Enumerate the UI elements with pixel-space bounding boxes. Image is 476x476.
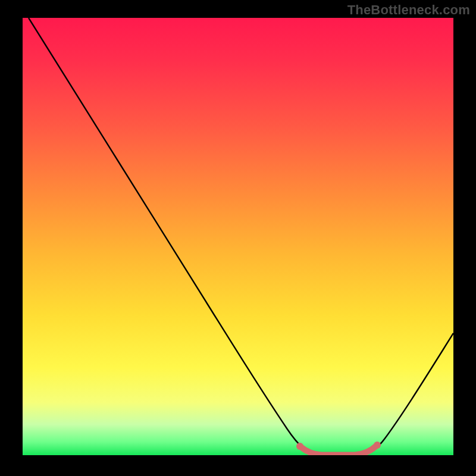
plot-area (23, 18, 453, 455)
chart-frame: TheBottleneck.com (0, 0, 476, 476)
highlight-start-dot (296, 443, 303, 450)
highlight-band (300, 445, 377, 455)
curve-layer (23, 18, 453, 455)
bottleneck-curve (29, 18, 453, 455)
highlight-end-dot (374, 441, 381, 449)
attribution-text: TheBottleneck.com (347, 2, 470, 18)
